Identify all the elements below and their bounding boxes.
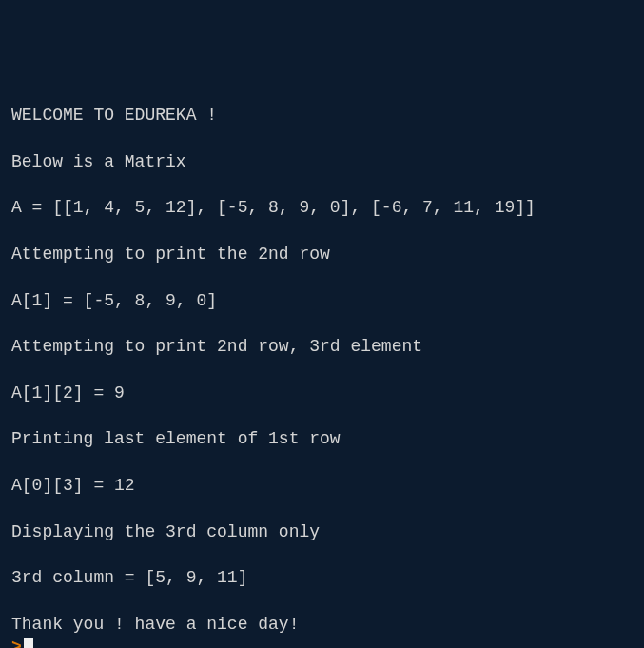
terminal-line bbox=[11, 312, 633, 335]
prompt-symbol: > bbox=[11, 636, 22, 648]
terminal-line: A = [[1, 4, 5, 12], [-5, 8, 9, 0], [-6, … bbox=[11, 196, 633, 219]
terminal-line bbox=[11, 589, 633, 612]
terminal-line: WELCOME TO EDUREKA ! bbox=[11, 104, 633, 127]
terminal-line bbox=[11, 220, 633, 243]
terminal-line: Printing last element of 1st row bbox=[11, 427, 633, 450]
terminal-line: A[1][2] = 9 bbox=[11, 382, 633, 404]
terminal-line: A[1] = [-5, 8, 9, 0] bbox=[11, 289, 633, 312]
terminal-line: Displaying the 3rd column only bbox=[11, 520, 633, 543]
terminal-line: Below is a Matrix bbox=[11, 150, 633, 173]
terminal-line bbox=[11, 404, 633, 427]
terminal-line bbox=[11, 173, 633, 196]
terminal-line bbox=[11, 265, 633, 288]
terminal-line bbox=[11, 543, 633, 566]
terminal-line: Thank you ! have a nice day! bbox=[11, 613, 633, 636]
prompt-line[interactable]: > bbox=[11, 636, 633, 648]
terminal-line bbox=[11, 497, 633, 520]
terminal-line bbox=[11, 358, 633, 381]
terminal-line bbox=[11, 127, 633, 149]
terminal-line bbox=[11, 451, 633, 474]
terminal-line: A[0][3] = 12 bbox=[11, 474, 633, 497]
terminal-output: WELCOME TO EDUREKA ! Below is a Matrix A… bbox=[11, 104, 633, 636]
terminal-line: 3rd column = [5, 9, 11] bbox=[11, 566, 633, 589]
terminal-line: Attempting to print 2nd row, 3rd element bbox=[11, 335, 633, 358]
terminal-line: Attempting to print the 2nd row bbox=[11, 243, 633, 265]
cursor bbox=[24, 638, 33, 648]
